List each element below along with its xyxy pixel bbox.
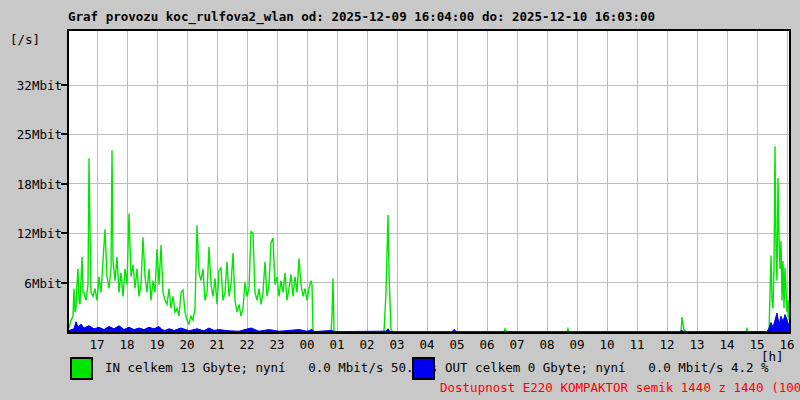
- y-axis-tick: [61, 282, 67, 284]
- y-axis-label: 6Mbit: [4, 276, 62, 291]
- legend-in-text: IN celkem 13 Gbyte; nyní 0.0 Mbit/s 50.0…: [105, 360, 436, 375]
- x-axis-label: 10: [596, 337, 618, 352]
- y-axis-label: 12Mbit: [4, 226, 62, 241]
- x-axis-label: 17: [86, 337, 108, 352]
- y-axis-tick: [61, 84, 67, 86]
- legend-in-swatch: [70, 357, 93, 380]
- traffic-graph-plot-area: [67, 29, 791, 334]
- x-axis-label: 19: [146, 337, 168, 352]
- y-axis-tick: [61, 183, 67, 185]
- x-axis-label: 20: [176, 337, 198, 352]
- x-axis-label: 14: [716, 337, 738, 352]
- x-axis-label: 04: [416, 337, 438, 352]
- x-axis-label: 05: [446, 337, 468, 352]
- legend-out-text: OUT celkem 0 Gbyte; nyní 0.0 Mbit/s 4.2 …: [445, 360, 769, 375]
- x-axis-label: 13: [686, 337, 708, 352]
- mrtg-traffic-page: { "window": { "background": "#c8c8c8" },…: [0, 0, 800, 400]
- x-axis-label: 11: [626, 337, 648, 352]
- x-axis-label: 09: [566, 337, 588, 352]
- legend-out-swatch: [412, 357, 435, 380]
- x-axis-label: 18: [116, 337, 138, 352]
- x-axis-label: 21: [206, 337, 228, 352]
- x-axis-label: 01: [326, 337, 348, 352]
- graph-title: Graf provozu koc_rulfova2_wlan od: 2025-…: [68, 9, 655, 24]
- x-axis-label: 03: [386, 337, 408, 352]
- x-axis-label: 07: [506, 337, 528, 352]
- y-axis-label: 32Mbit: [4, 78, 62, 93]
- x-axis-label: 08: [536, 337, 558, 352]
- y-axis-label: 25Mbit: [4, 127, 62, 142]
- availability-text: Dostupnost E220 KOMPAKTOR semik 1440 z 1…: [440, 380, 800, 395]
- x-axis-label: 06: [476, 337, 498, 352]
- traffic-chart: [69, 31, 789, 332]
- y-axis-label: 18Mbit: [4, 177, 62, 192]
- x-axis-label: 22: [236, 337, 258, 352]
- x-axis-label: 12: [656, 337, 678, 352]
- x-axis-label: 00: [296, 337, 318, 352]
- y-axis-unit-label: [/s]: [10, 32, 40, 47]
- x-axis-label: 23: [266, 337, 288, 352]
- y-axis-tick: [61, 133, 67, 135]
- x-axis-label: 02: [356, 337, 378, 352]
- y-axis-tick: [61, 232, 67, 234]
